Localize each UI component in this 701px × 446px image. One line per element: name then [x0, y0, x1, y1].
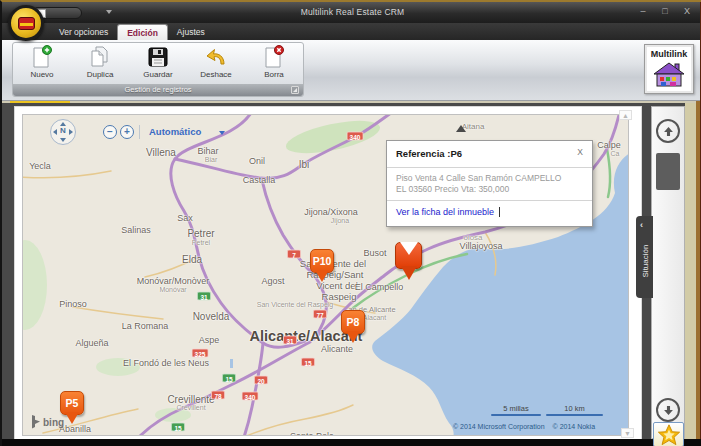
property-marker-p5[interactable]: P5: [60, 391, 84, 415]
borra-label: Borra: [264, 70, 284, 79]
situacion-tab-label: Situación: [640, 245, 649, 278]
map-copyright: © 2014 Microsoft Corporation© 2014 Nokia: [453, 423, 623, 430]
scale-miles: 5 millas: [491, 404, 541, 416]
minimize-button[interactable]: –: [637, 6, 649, 16]
infobox-close-button[interactable]: X: [577, 147, 583, 157]
content-area: YeclaVillenaBiharBiarOnilIbiCastallaSaxS…: [2, 103, 701, 439]
duplica-button[interactable]: Duplica: [71, 44, 129, 85]
zoom-in-button[interactable]: +: [120, 125, 134, 139]
zoom-out-button[interactable]: −: [103, 125, 117, 139]
deshace-button[interactable]: Deshace: [187, 44, 245, 85]
close-button[interactable]: X: [681, 6, 693, 16]
property-marker-p6[interactable]: P6: [395, 242, 422, 269]
mountain-peak-icon: [456, 125, 466, 132]
infobox-link[interactable]: Ver la ficha del inmueble: [396, 207, 494, 217]
scale-km: 10 km: [546, 404, 603, 416]
app-logo-icon: [18, 17, 35, 30]
app-window: Multilink Real Estate CRM – □ X Ver opci…: [0, 0, 701, 446]
infobox-description-line1: Piso Venta 4 Calle San Ramón CAMPELLO: [396, 173, 583, 184]
compass-control[interactable]: N: [50, 119, 76, 145]
infobox-description: Piso Venta 4 Calle San Ramón CAMPELLO EL…: [387, 167, 592, 201]
duplicate-document-icon: [88, 44, 112, 70]
map-canvas[interactable]: YeclaVillenaBiharBiarOnilIbiCastallaSaxS…: [22, 114, 629, 436]
marker-label: P8: [347, 316, 360, 328]
chevron-down-icon: [219, 131, 225, 135]
arrow-down-icon: [663, 405, 674, 416]
duplica-label: Duplica: [87, 70, 114, 79]
nuevo-label: Nuevo: [30, 70, 53, 79]
scrollbar-thumb[interactable]: [656, 153, 680, 190]
save-floppy-icon: [147, 44, 169, 70]
vertical-scrollbar[interactable]: [651, 106, 685, 439]
marker-label: P10: [313, 255, 332, 267]
scroll-down-chevron-icon[interactable]: ▼: [621, 428, 634, 438]
ribbon-group-gestion: Nuevo Duplica Guardar: [12, 42, 304, 97]
map-style-dropdown[interactable]: Automático: [149, 126, 201, 137]
marker-label: P5: [66, 397, 79, 409]
delete-document-icon: [263, 44, 285, 70]
scroll-down-button[interactable]: [656, 398, 680, 422]
favorite-star-button[interactable]: [653, 422, 684, 446]
dialog-launcher-icon[interactable]: [291, 86, 299, 94]
property-marker-p10[interactable]: P10: [310, 249, 334, 273]
infobox-title: Referencia :P6: [396, 148, 462, 159]
bottom-bar: [2, 439, 701, 446]
toolbar-divider: [139, 125, 140, 139]
undo-arrow-icon: [204, 44, 228, 70]
group-caption-label: Gestión de registros: [124, 85, 191, 94]
property-infobox: Referencia :P6 X Piso Venta 4 Calle San …: [386, 140, 593, 227]
text-cursor: [499, 207, 500, 217]
quick-access-dropdown-icon[interactable]: [106, 10, 112, 14]
borra-button[interactable]: Borra: [245, 44, 303, 85]
tab-ajustes[interactable]: Ajustes: [168, 24, 214, 40]
tab-ver-opciones[interactable]: Ver opciones: [50, 24, 117, 40]
multilink-logo-button[interactable]: Multilink: [644, 44, 694, 94]
scroll-up-chevron-icon[interactable]: ▲: [619, 110, 632, 120]
pan-right-icon: [69, 129, 73, 135]
new-document-plus-icon: [31, 44, 53, 70]
group-caption: Gestión de registros: [13, 84, 303, 96]
right-border-strip: [685, 103, 696, 439]
nuevo-button[interactable]: Nuevo: [13, 44, 71, 85]
maximize-button[interactable]: □: [659, 6, 671, 16]
multilink-logo-label: Multilink: [651, 49, 688, 59]
guardar-label: Guardar: [143, 70, 172, 79]
scroll-up-button[interactable]: [656, 119, 680, 143]
infobox-description-line2: EL 03560 Precio Vta: 350,000: [396, 184, 583, 195]
pan-left-icon: [53, 129, 57, 135]
app-menu-orb[interactable]: [8, 5, 44, 41]
house-icon: [649, 59, 689, 94]
tab-edicion[interactable]: Edición: [117, 24, 168, 40]
ribbon: Nuevo Duplica Guardar: [2, 40, 701, 101]
deshace-label: Deshace: [200, 70, 232, 79]
bing-logo[interactable]: bing: [31, 415, 64, 429]
star-icon: [657, 423, 681, 446]
collapse-chevron-icon: ‹: [640, 220, 643, 230]
pan-up-icon: [60, 122, 66, 126]
situacion-panel-tab[interactable]: ‹ Situación: [636, 216, 653, 298]
property-marker-p8[interactable]: P8: [341, 310, 365, 334]
guardar-button[interactable]: Guardar: [129, 44, 187, 85]
pan-down-icon: [60, 138, 66, 142]
bing-icon: [31, 415, 41, 429]
arrow-up-icon: [663, 126, 674, 137]
map-panel: YeclaVillenaBiharBiarOnilIbiCastallaSaxS…: [14, 106, 642, 440]
ribbon-tab-row: Ver opciones Edición Ajustes: [2, 23, 701, 40]
